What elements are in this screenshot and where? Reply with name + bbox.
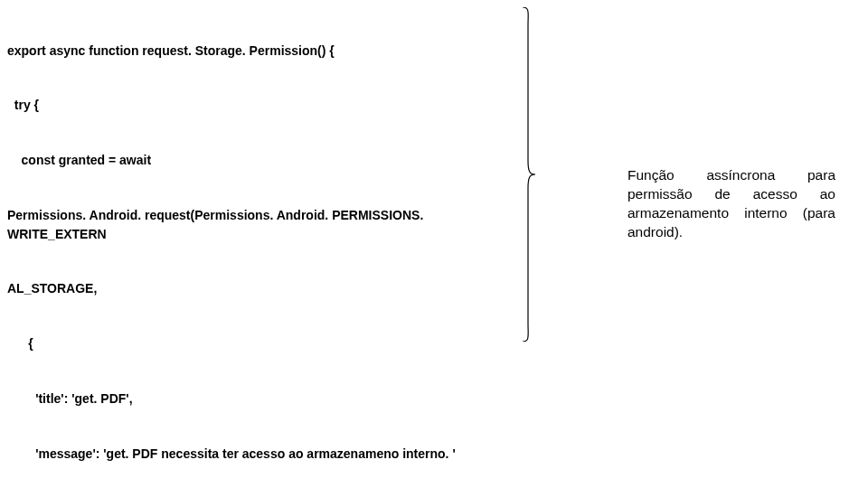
code-line: 'title': 'get. PDF', (7, 389, 505, 408)
code-line: Permissions. Android. request(Permission… (7, 206, 505, 243)
annotation-text: Função assíncrona para permissão de aces… (627, 166, 835, 242)
code-line: { (7, 334, 505, 352)
code-line: const granted = await (7, 151, 505, 169)
code-block: export async function request. Storage. … (7, 5, 505, 488)
curly-brace-icon (521, 7, 535, 342)
code-line: try { (7, 96, 505, 114)
code-line: AL_STORAGE, (7, 279, 505, 297)
code-line: export async function request. Storage. … (7, 42, 505, 60)
code-line: 'message': 'get. PDF necessita ter acess… (7, 445, 505, 463)
